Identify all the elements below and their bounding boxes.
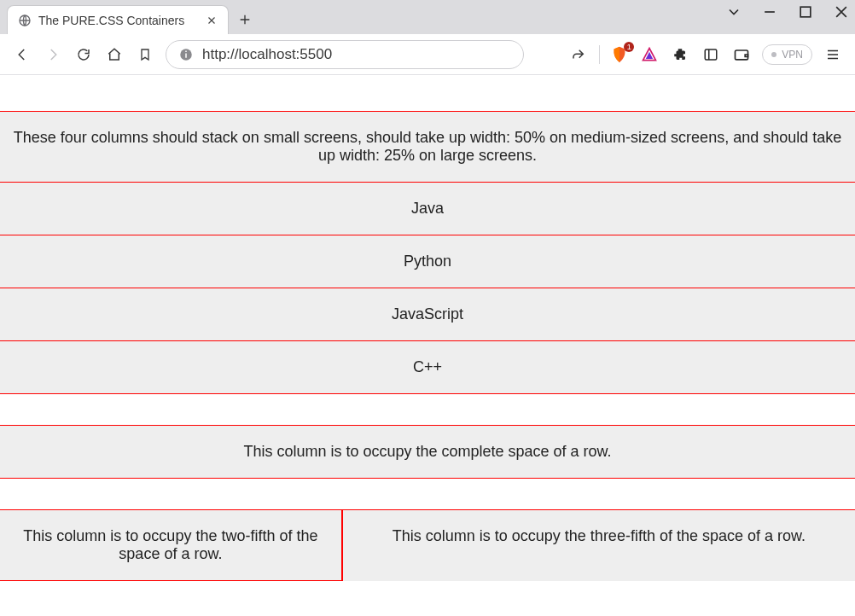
menu-button[interactable] bbox=[823, 44, 843, 65]
spacer bbox=[0, 479, 855, 509]
brave-shield-icon[interactable]: 1 bbox=[610, 45, 629, 64]
lang-row-java: Java bbox=[0, 183, 855, 235]
page-content: These four columns should stack on small… bbox=[0, 75, 855, 581]
maximize-button[interactable] bbox=[797, 3, 814, 20]
svg-rect-4 bbox=[185, 50, 187, 52]
responsive-grid-demo: These four columns should stack on small… bbox=[0, 111, 855, 394]
browser-chrome: The PURE.CSS Containers bbox=[0, 0, 855, 75]
back-button[interactable] bbox=[12, 44, 32, 65]
two-fifth-text: This column is to occupy the two-fifth o… bbox=[23, 527, 317, 562]
address-bar[interactable] bbox=[166, 40, 524, 69]
reload-button[interactable] bbox=[73, 44, 94, 65]
bookmark-icon[interactable] bbox=[135, 44, 155, 65]
two-fifth-column: This column is to occupy the two-fifth o… bbox=[0, 509, 342, 581]
fifths-row: This column is to occupy the two-fifth o… bbox=[0, 509, 855, 581]
intro-text: These four columns should stack on small… bbox=[14, 129, 842, 164]
close-window-button[interactable] bbox=[833, 3, 850, 20]
wallet-icon[interactable] bbox=[731, 44, 752, 65]
full-row-text: This column is to occupy the complete sp… bbox=[243, 443, 611, 460]
lang-label: JavaScript bbox=[392, 305, 463, 323]
tab-bar: The PURE.CSS Containers bbox=[0, 0, 855, 34]
three-fifth-text: This column is to occupy the three-fifth… bbox=[393, 527, 806, 544]
active-tab[interactable]: The PURE.CSS Containers bbox=[7, 5, 229, 34]
new-tab-button[interactable] bbox=[232, 7, 258, 32]
sidebar-toggle-icon[interactable] bbox=[701, 44, 721, 65]
lang-row-cpp: C++ bbox=[0, 341, 855, 394]
vpn-button[interactable]: VPN bbox=[762, 44, 812, 65]
forward-button[interactable] bbox=[43, 44, 63, 65]
tab-title: The PURE.CSS Containers bbox=[38, 14, 197, 27]
vpn-status-dot bbox=[771, 52, 776, 57]
lang-label: C++ bbox=[413, 358, 442, 375]
lang-label: Java bbox=[411, 200, 444, 217]
close-tab-button[interactable] bbox=[204, 13, 219, 28]
lang-row-python: Python bbox=[0, 235, 855, 288]
url-input[interactable] bbox=[202, 46, 511, 63]
toolbar-right: 1 VPN bbox=[568, 44, 843, 65]
window-controls bbox=[725, 3, 850, 20]
minimize-button[interactable] bbox=[761, 3, 778, 20]
lang-label: Python bbox=[404, 253, 451, 270]
spacer bbox=[0, 394, 855, 425]
full-width-row: This column is to occupy the complete sp… bbox=[0, 425, 855, 479]
brave-rewards-icon[interactable] bbox=[639, 44, 660, 65]
intro-row: These four columns should stack on small… bbox=[0, 111, 855, 183]
toolbar-divider bbox=[599, 45, 600, 64]
toolbar: 1 VPN bbox=[0, 34, 855, 75]
site-info-icon[interactable] bbox=[178, 47, 194, 62]
globe-icon bbox=[18, 14, 32, 27]
chevron-down-icon[interactable] bbox=[725, 3, 742, 20]
svg-rect-1 bbox=[800, 7, 811, 17]
vpn-label: VPN bbox=[782, 49, 803, 61]
home-button[interactable] bbox=[104, 44, 125, 65]
shield-count-badge: 1 bbox=[624, 42, 634, 52]
svg-rect-7 bbox=[706, 49, 718, 60]
svg-rect-3 bbox=[185, 53, 187, 57]
share-icon[interactable] bbox=[568, 44, 589, 65]
lang-row-javascript: JavaScript bbox=[0, 288, 855, 341]
three-fifth-column: This column is to occupy the three-fifth… bbox=[342, 509, 855, 581]
extensions-icon[interactable] bbox=[670, 44, 690, 65]
